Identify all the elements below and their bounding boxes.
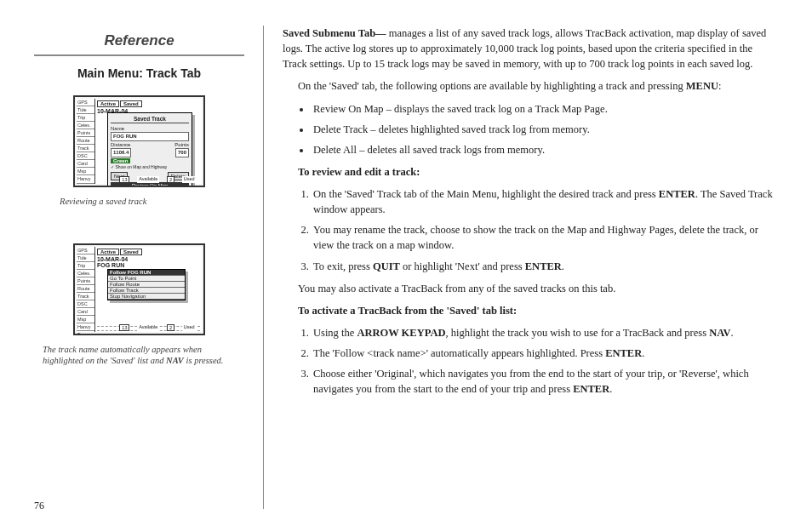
t: ENTER: [659, 188, 695, 200]
used-label: Used: [182, 324, 197, 331]
t: NAV: [709, 327, 730, 339]
figure2-caption: The track name automatically appears whe…: [43, 344, 239, 367]
list-item: On the 'Saved' Track tab of the Main Men…: [312, 186, 778, 217]
left-column: Reference Main Menu: Track Tab GPS Tide …: [34, 26, 264, 509]
tracback-intro: You may also activate a TracBack from an…: [298, 281, 778, 296]
manual-page: Reference Main Menu: Track Tab GPS Tide …: [0, 0, 812, 526]
side-item: Card: [77, 160, 94, 168]
t: On the 'Saved' Track tab of the Main Men…: [313, 188, 659, 200]
t: .: [609, 383, 612, 395]
nav-menu-item: Follow Track: [108, 288, 185, 294]
t: .: [731, 327, 734, 339]
list-item: Using the ARROW KEYPAD, highlight the tr…: [312, 325, 778, 340]
page-number: 76: [34, 500, 44, 512]
fig2-row1: FOG RUN: [97, 262, 200, 268]
list-item: Review On Map – displays the saved track…: [312, 101, 778, 117]
fig1-tab-saved: Saved: [120, 100, 142, 107]
color-value: Green: [111, 158, 130, 163]
fig2-main: Active Saved 10-MAR-04 FOG RUN Follow FO…: [95, 247, 202, 332]
t: QUIT: [373, 260, 400, 272]
p2c: :: [718, 80, 721, 92]
side-item: Route: [77, 285, 94, 293]
list-item: The 'Follow <track name>' automatically …: [312, 346, 778, 361]
avail-count: 13: [119, 324, 129, 331]
fig1-sidebar: GPS Tide Trip Celes. Points Route Track …: [77, 99, 95, 184]
intro-paragraph: Saved Submenu Tab— manages a list of any…: [283, 26, 778, 71]
figure1-caption: Reviewing a saved track: [60, 196, 236, 208]
t: Using the: [313, 327, 357, 339]
popup-name-label: Name: [111, 125, 189, 132]
list-item: Delete Track – deletes highlighted saved…: [312, 122, 778, 137]
heading-activate-tracback: To activate a TracBack from the 'Saved' …: [298, 303, 778, 318]
avail-label: Available: [137, 176, 159, 183]
avail-label: Available: [137, 324, 159, 331]
tracback-steps: Using the ARROW KEYPAD, highlight the tr…: [312, 325, 778, 397]
right-column: Saved Submenu Tab— manages a list of any…: [264, 26, 778, 509]
side-item: DSC: [77, 300, 94, 308]
side-item: GPS: [77, 247, 94, 254]
side-item: Msp: [77, 316, 94, 323]
t: .: [642, 347, 644, 359]
options-list: Review On Map – displays the saved track…: [312, 101, 778, 157]
page-subtitle: Main Menu: Track Tab: [34, 66, 244, 80]
fig1-main: Active Saved 10-MAR-04 Saved Track Name …: [95, 99, 202, 184]
fig2-tab-saved: Saved: [120, 249, 142, 255]
dist-label: Distance: [111, 141, 130, 148]
side-item: Celes.: [77, 270, 94, 277]
avail-count: 13: [119, 176, 129, 183]
figure-saved-track: GPS Tide Trip Celes. Points Route Track …: [73, 95, 205, 187]
t: ENTER: [573, 383, 609, 395]
pts-label: Points: [174, 141, 189, 148]
side-item: Celes.: [77, 122, 94, 129]
side-item: Hanvy: [77, 323, 94, 331]
popup-title: Saved Track: [111, 115, 189, 123]
side-item: Route: [77, 137, 94, 145]
figure-nav-menu: GPS Tide Trip Celes. Points Route Track …: [73, 243, 205, 335]
t: , highlight the track you wish to use fo…: [445, 327, 709, 339]
fig2-tab-active: Active: [97, 249, 119, 255]
nav-menu-item: Go To Point: [108, 276, 185, 282]
side-item: Hanvy: [77, 175, 94, 183]
t: .: [562, 260, 564, 272]
side-item: DSC: [77, 152, 94, 160]
side-item: GPS: [77, 99, 94, 106]
fig2-sidebar: GPS Tide Trip Celes. Points Route Track …: [77, 247, 95, 332]
show-on-label: Show on Map and Highway: [115, 164, 167, 169]
t: Choose either 'Original', which navigate…: [313, 368, 749, 395]
list-item: Delete All – deletes all saved track log…: [312, 142, 778, 157]
btn-review-map: Review On Map: [111, 182, 189, 187]
nav-menu-item: Follow Route: [108, 282, 185, 288]
side-item: Temp: [77, 184, 94, 187]
side-item: Temp: [77, 331, 94, 334]
review-steps: On the 'Saved' Track tab of the Main Men…: [312, 186, 778, 274]
side-item: Card: [77, 308, 94, 316]
side-item: Points: [77, 277, 94, 285]
list-item: To exit, press QUIT or highlight 'Next' …: [312, 259, 778, 274]
used-count: 2: [167, 176, 174, 183]
lead-in: Saved Submenu Tab—: [283, 27, 386, 39]
t: ENTER: [605, 347, 642, 359]
section-title: Reference: [34, 32, 244, 56]
t: or highlight 'Next' and press: [400, 260, 525, 272]
side-item: Tide: [77, 106, 94, 114]
p2a: On the 'Saved' tab, the following option…: [298, 80, 686, 92]
t: ENTER: [525, 260, 562, 272]
popup-name-value: FOG RUN: [111, 132, 189, 140]
side-item: Tide: [77, 254, 94, 262]
heading-review-edit: To review and edit a track:: [298, 164, 778, 180]
side-item: Points: [77, 129, 94, 137]
side-item: Track: [77, 145, 94, 152]
side-item: Track: [77, 293, 94, 300]
dist-value: 1106.4: [111, 148, 131, 157]
fig1-tab-active: Active: [97, 100, 119, 107]
side-item: Msp: [77, 168, 94, 175]
used-label: Used: [182, 176, 197, 183]
side-item: Trip: [77, 262, 94, 270]
list-item: You may rename the track, choose to show…: [312, 222, 778, 253]
nav-menu-item: Follow FOG RUN: [108, 270, 185, 276]
t: ARROW KEYPAD: [357, 327, 445, 339]
p2b: MENU: [686, 80, 718, 92]
t: The 'Follow <track name>' automatically …: [313, 347, 605, 359]
fig2-date: 10-MAR-04: [97, 256, 200, 262]
t: To exit, press: [313, 260, 373, 272]
